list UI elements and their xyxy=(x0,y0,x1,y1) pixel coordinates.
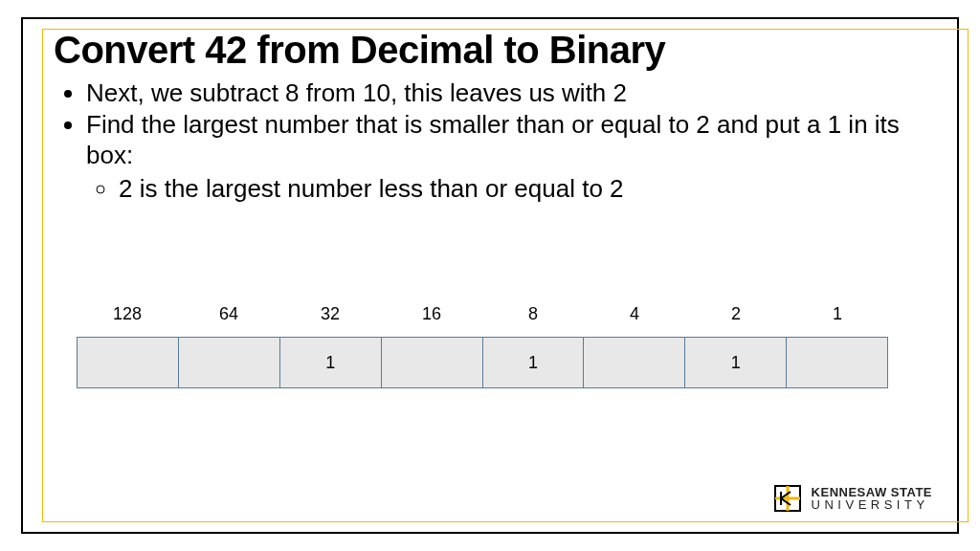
label-8: 8 xyxy=(482,304,584,324)
logo-line2: UNIVERSITY xyxy=(812,498,932,511)
bullet-list: Next, we subtract 8 from 10, this leaves… xyxy=(54,77,936,204)
label-64: 64 xyxy=(178,304,279,324)
box-4 xyxy=(584,338,685,387)
binary-box-row: 1 1 1 xyxy=(77,337,888,388)
ksu-logo: KENNESAW STATE UNIVERSITY xyxy=(771,482,932,515)
box-128 xyxy=(78,338,179,387)
box-64 xyxy=(179,338,280,387)
bullet-1: Next, we subtract 8 from 10, this leaves… xyxy=(86,77,936,109)
slide-title: Convert 42 from Decimal to Binary xyxy=(54,29,936,72)
bullet-2-text: Find the largest number that is smaller … xyxy=(86,110,900,170)
label-128: 128 xyxy=(77,304,178,324)
bullet-2: Find the largest number that is smaller … xyxy=(86,109,936,205)
sub-bullet-list: 2 is the largest number less than or equ… xyxy=(86,173,936,205)
label-2: 2 xyxy=(685,304,787,324)
label-32: 32 xyxy=(279,304,381,324)
box-32: 1 xyxy=(280,338,382,387)
slide-content: Convert 42 from Decimal to Binary Next, … xyxy=(54,29,936,204)
label-1: 1 xyxy=(787,304,888,324)
box-16 xyxy=(382,338,483,387)
box-8: 1 xyxy=(483,338,585,387)
label-4: 4 xyxy=(584,304,685,324)
sub-bullet-1: 2 is the largest number less than or equ… xyxy=(119,173,936,205)
box-1 xyxy=(787,338,887,387)
label-16: 16 xyxy=(381,304,482,324)
binary-labels-row: 128 64 32 16 8 4 2 1 xyxy=(77,304,888,324)
ksu-shield-icon xyxy=(771,482,804,515)
box-2: 1 xyxy=(685,338,787,387)
ksu-logo-text: KENNESAW STATE UNIVERSITY xyxy=(812,486,932,511)
